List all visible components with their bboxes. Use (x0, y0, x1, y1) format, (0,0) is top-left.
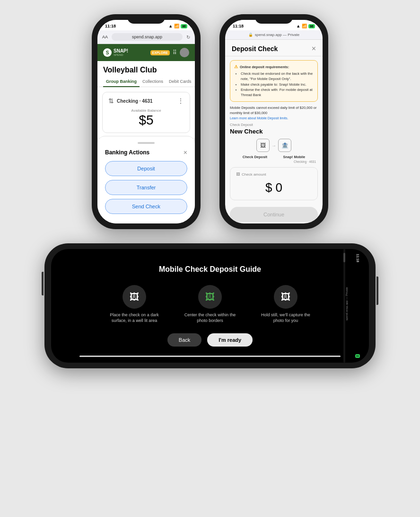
signal-icon-left: ▲ (168, 24, 173, 28)
side-button-right (376, 276, 378, 305)
guide-icon-2: 🖼 (198, 285, 222, 309)
account-header: ⇅ Checking · 4631 ⋮ (108, 97, 184, 105)
landscape-url-text: spend.snap.app — Private (345, 287, 348, 321)
side-button-left (42, 272, 44, 295)
section-title: New Check (230, 128, 318, 135)
check-amount-value: $ 0 (236, 180, 312, 195)
guide-step-text-1: Place the check on a dark surface, in a … (106, 312, 163, 323)
warning-icon: ⚠ (234, 64, 238, 69)
landscape-battery: 86 (355, 354, 360, 358)
warning-header: ⚠ Online deposit requirements: (234, 64, 314, 69)
avatar[interactable] (180, 48, 189, 57)
available-label: Available Balance (108, 108, 184, 113)
step1-label: Check Deposit (243, 155, 267, 159)
modal-title: Deposit Check (232, 45, 278, 53)
battery-right: 86 (308, 24, 315, 28)
send-check-button[interactable]: Send Check (105, 199, 187, 214)
steps-row: 🖼 → 🏦 (225, 139, 323, 152)
checking-icon: ⇅ (108, 97, 114, 105)
warning-box: ⚠ Online deposit requirements: Check mus… (230, 60, 318, 102)
sheet-title-row: Banking Actions × (105, 149, 187, 156)
modal-url: spend.snap.app — Private (255, 33, 299, 37)
back-button[interactable]: Back (167, 333, 201, 347)
browser-aa-left[interactable]: AA (102, 35, 108, 39)
browser-bar-left: AA spend.snap.app ↻ (97, 30, 195, 44)
ready-button[interactable]: I'm ready (207, 333, 253, 347)
banking-actions-sheet: Banking Actions × Deposit Transfer Send … (97, 136, 195, 223)
warning-list: Check must be endorsed on the back with … (241, 71, 314, 98)
warning-item-2: Make check payable to: Snap! Mobile Inc. (241, 82, 314, 87)
status-time-right: 11:18 (233, 24, 244, 28)
right-phone-screen: 11:18 ▲ 📶 86 🔒 spend.snap.app — Private … (225, 20, 323, 223)
landscape-status: 11:18 86 (353, 249, 362, 363)
wifi-icon-right: 📶 (302, 24, 307, 28)
step2-icon: 🏦 (278, 139, 291, 152)
left-phone: 11:18 ▲ 📶 86 AA spend.snap.app ↻ S SNAP! (92, 14, 201, 229)
guide-step-1: 🖼 Place the check on a dark surface, in … (106, 285, 163, 323)
snap-logo-s: S (103, 48, 112, 57)
browser-url-left[interactable]: spend.snap.app (112, 33, 183, 41)
snap-header-right: EXPLORE ⠿ (150, 48, 189, 57)
home-indicator-landscape (79, 356, 341, 357)
warning-title: Online deposit requirements: (240, 65, 289, 69)
step2-sublabel: Checking · 4631 (230, 160, 318, 163)
tab-collections[interactable]: Collections (140, 76, 166, 87)
section-label: Check Deposit (230, 123, 318, 127)
landscape-time: 11:18 (356, 254, 359, 262)
step2-label: Snap! Mobile (283, 155, 306, 159)
lock-icon: 🔒 (248, 33, 253, 37)
snap-header-left: S SNAP! SPEND EXPLORE ⠿ (97, 44, 195, 61)
status-icons-right: ▲ 📶 86 (296, 24, 315, 28)
modal-title-bar: Deposit Check × (225, 40, 323, 56)
tabs-left: Group Banking Collections Debit Cards Bu… (97, 76, 195, 87)
guide-icon-1: 🖼 (122, 285, 146, 309)
wifi-icon-left: 📶 (174, 24, 179, 28)
sheet-handle (138, 142, 155, 144)
right-phone: 11:18 ▲ 📶 86 🔒 spend.snap.app — Private … (219, 14, 328, 229)
continue-button[interactable]: Continue (230, 207, 318, 222)
bottom-phone-screen: spend.snap.app — Private 11:18 86 Mobile… (51, 249, 369, 363)
guide-step-3: 🖼 Hold still, we'll capture the photo fo… (257, 285, 314, 323)
explore-badge[interactable]: EXPLORE (150, 50, 170, 55)
refresh-icon-left[interactable]: ↻ (186, 35, 190, 40)
grid-icon[interactable]: ⠿ (173, 49, 177, 56)
check-amount-label: 🖼 Check amount (236, 172, 312, 177)
snap-logo-text-block: SNAP! SPEND (114, 49, 128, 56)
landscape-url-bar: spend.snap.app — Private (345, 252, 353, 360)
guide-buttons: Back I'm ready (167, 333, 253, 347)
tab-debit-cards[interactable]: Debit Cards (166, 76, 194, 87)
guide-step-text-2: Center the check within the photo border… (182, 312, 238, 323)
top-row: 11:18 ▲ 📶 86 AA spend.snap.app ↻ S SNAP! (92, 14, 328, 229)
modal-close-icon[interactable]: × (312, 45, 316, 53)
limit-text: Mobile Deposits cannot exceed daily limi… (230, 106, 318, 116)
modal-url-bar: 🔒 spend.snap.app — Private (225, 30, 323, 40)
transfer-button[interactable]: Transfer (105, 180, 187, 195)
notch-left (127, 14, 165, 24)
deposit-button[interactable]: Deposit (105, 161, 187, 176)
guide-title: Mobile Check Deposit Guide (159, 265, 261, 274)
account-info: ⇅ Checking · 4631 (108, 97, 153, 105)
close-icon-left[interactable]: × (184, 149, 187, 156)
tab-more[interactable]: Bu... (194, 76, 195, 87)
status-time-left: 11:18 (105, 24, 116, 28)
balance-amount: $5 (108, 113, 184, 128)
bottom-phone: spend.snap.app — Private 11:18 86 Mobile… (44, 243, 376, 368)
checking-label: Checking · 4631 (117, 98, 153, 104)
warning-item-1: Check must be endorsed on the back with … (241, 71, 314, 82)
sheet-title: Banking Actions (105, 149, 149, 156)
guide-steps: 🖼 Place the check on a dark surface, in … (106, 285, 314, 323)
limit-link[interactable]: Learn more about Mobile Deposit limits. (230, 116, 318, 120)
account-card: ⇅ Checking · 4631 ⋮ Available Balance $5 (102, 92, 190, 133)
signal-icon-right: ▲ (296, 24, 300, 28)
snap-logo: S SNAP! SPEND (103, 48, 128, 57)
warning-item-3: Endorse the check with: For mobile depos… (241, 87, 314, 98)
page-title-left: Volleyball Club (97, 61, 195, 76)
tab-group-banking[interactable]: Group Banking (103, 76, 140, 87)
battery-left: 86 (181, 24, 187, 28)
left-phone-screen: 11:18 ▲ 📶 86 AA spend.snap.app ↻ S SNAP! (97, 20, 195, 223)
snap-logo-name: SNAP! (114, 49, 128, 53)
steps-labels: Check Deposit Snap! Mobile (230, 155, 318, 159)
notch-right (255, 14, 293, 24)
dots-menu[interactable]: ⋮ (177, 97, 184, 105)
check-amount-box[interactable]: 🖼 Check amount $ 0 (230, 167, 318, 200)
